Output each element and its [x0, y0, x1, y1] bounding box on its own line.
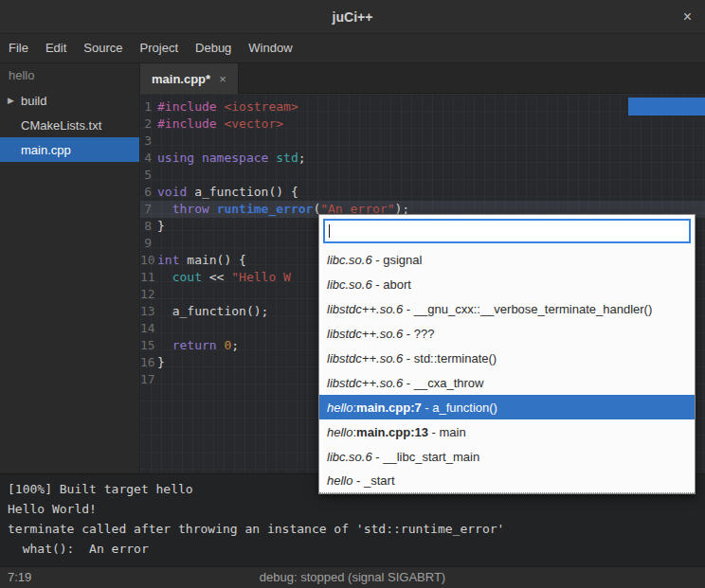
line-number: 4: [140, 150, 157, 167]
menu-item-source[interactable]: Source: [75, 34, 131, 62]
popup-item[interactable]: libc.so.6 - abort: [319, 272, 695, 296]
menu-item-window[interactable]: Window: [240, 34, 300, 62]
line-number: 11: [140, 269, 157, 286]
popup-filter-input[interactable]: [323, 219, 691, 243]
tab-close-icon[interactable]: ×: [219, 72, 226, 86]
popup-list: libc.so.6 - gsignallibc.so.6 - abortlibs…: [319, 247, 695, 493]
window-title: juCi++: [333, 9, 373, 25]
line-number: 3: [140, 133, 157, 150]
status-debug-message: debug: stopped (signal SIGABRT): [260, 567, 445, 588]
line-number: 16: [140, 354, 157, 371]
code-text: }: [157, 354, 165, 371]
menu-item-project[interactable]: Project: [132, 34, 187, 62]
code-text: int main() {: [157, 252, 246, 269]
status-time: 7:19: [8, 567, 31, 588]
close-icon[interactable]: ×: [683, 8, 692, 27]
menu-item-debug[interactable]: Debug: [187, 34, 240, 62]
code-line: 2#include <vector>: [140, 116, 705, 133]
sidebar-item-build[interactable]: ▶build: [0, 88, 139, 113]
code-text: #include <vector>: [157, 116, 283, 133]
line-number: 7: [140, 201, 157, 218]
popup-item[interactable]: libstdc++.so.6 - std::terminate(): [319, 346, 695, 370]
line-number: 8: [140, 218, 157, 235]
line-number: 17: [140, 371, 157, 388]
popup-item[interactable]: libstdc++.so.6 - __cxa_throw: [319, 370, 695, 395]
expander-icon[interactable]: ▶: [8, 96, 21, 105]
file-tree: ▶buildCMakeLists.txtmain.cpp: [0, 88, 139, 162]
code-line: 4using namespace std;: [140, 150, 705, 167]
code-text: void a_function() {: [157, 184, 298, 201]
sidebar-item-label: build: [21, 94, 46, 108]
titlebar: juCi++ ×: [0, 0, 705, 34]
terminal-line: what(): An error: [8, 539, 705, 559]
popup-item[interactable]: hello:main.cpp:7 - a_function(): [319, 395, 695, 419]
terminal-line: Hello World!: [8, 499, 705, 519]
code-line: 1#include <iostream>: [140, 98, 705, 116]
line-number: 2: [140, 116, 157, 133]
line-number: 9: [140, 235, 157, 252]
popup-item[interactable]: libc.so.6 - __libc_start_main: [319, 444, 695, 469]
sidebar-item-label: main.cpp: [21, 143, 71, 157]
code-text: #include <iostream>: [157, 98, 298, 116]
tab-bar: main.cpp* ×: [140, 63, 705, 94]
scrollbar-thumb[interactable]: [628, 98, 705, 116]
code-text: using namespace std;: [157, 150, 306, 167]
code-text: a_function();: [157, 303, 268, 320]
sidebar: hello ▶buildCMakeLists.txtmain.cpp: [0, 63, 140, 473]
line-number: 15: [140, 337, 157, 354]
line-number: 10: [140, 252, 157, 269]
stack-frame-popup: libc.so.6 - gsignallibc.so.6 - abortlibs…: [318, 214, 696, 494]
sidebar-item-main-cpp[interactable]: main.cpp: [0, 137, 139, 162]
line-number: 1: [140, 98, 157, 116]
sidebar-item-cmakelists-txt[interactable]: CMakeLists.txt: [0, 113, 139, 137]
code-line: 3: [140, 133, 705, 150]
popup-item[interactable]: hello:main.cpp:13 - main: [319, 419, 695, 444]
code-text: cout << "Hello W: [157, 269, 291, 286]
line-number: 13: [140, 303, 157, 320]
popup-input-row: [319, 215, 695, 247]
terminal-line: terminate called after throwing an insta…: [8, 519, 705, 539]
popup-item[interactable]: libstdc++.so.6 - __gnu_cxx::__verbose_te…: [319, 296, 695, 321]
line-number: 6: [140, 184, 157, 201]
menu-item-file[interactable]: File: [0, 34, 37, 62]
menu-item-edit[interactable]: Edit: [37, 34, 75, 62]
popup-item[interactable]: hello - _start: [319, 469, 695, 493]
code-line: 5: [140, 167, 705, 184]
jucipp-window: juCi++ × FileEditSourceProjectDebugWindo…: [0, 0, 705, 588]
code-line: 6void a_function() {: [140, 184, 705, 201]
project-label: hello: [0, 63, 139, 88]
tab-main-cpp[interactable]: main.cpp* ×: [140, 63, 239, 94]
code-text: }: [157, 218, 165, 235]
code-text: return 0;: [157, 337, 239, 354]
text-caret: [329, 224, 330, 238]
popup-item[interactable]: libc.so.6 - gsignal: [319, 247, 695, 272]
sidebar-item-label: CMakeLists.txt: [21, 118, 101, 133]
popup-item[interactable]: libstdc++.so.6 - ???: [319, 321, 695, 346]
menubar: FileEditSourceProjectDebugWindow: [0, 34, 705, 63]
status-bar: 7:19 debug: stopped (signal SIGABRT): [0, 566, 705, 588]
line-number: 12: [140, 286, 157, 303]
line-number: 14: [140, 320, 157, 337]
line-number: 5: [140, 167, 157, 184]
tab-label: main.cpp*: [152, 72, 210, 86]
